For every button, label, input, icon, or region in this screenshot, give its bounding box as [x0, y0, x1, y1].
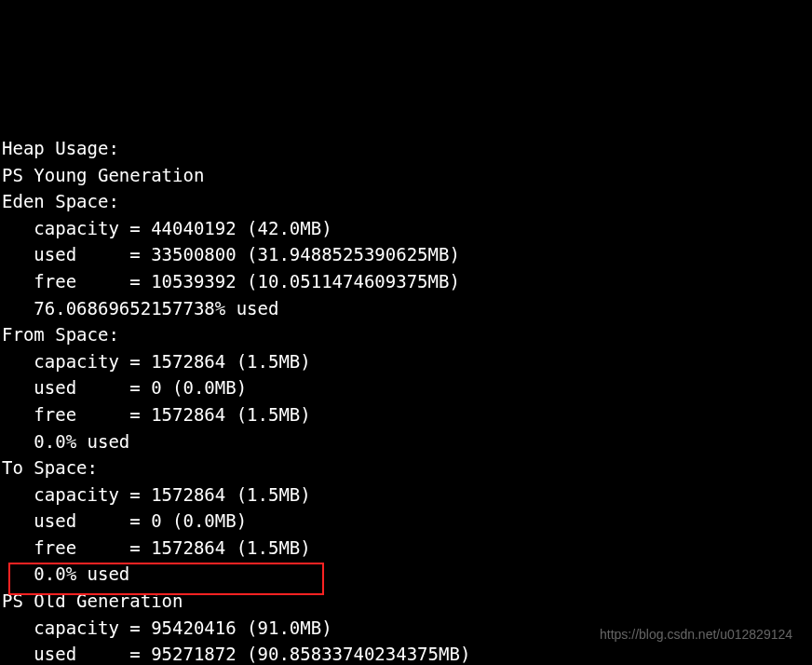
from-pct: 0.0% used	[2, 431, 129, 452]
young-gen-header: PS Young Generation	[2, 165, 204, 185]
to-pct: 0.0% used	[2, 563, 129, 584]
old-used: used = 95271872 (90.85833740234375MB)	[2, 644, 470, 664]
from-title: From Space:	[2, 324, 119, 345]
old-capacity: capacity = 95420416 (91.0MB)	[2, 618, 332, 638]
eden-used: used = 33500800 (31.9488525390625MB)	[2, 244, 460, 265]
to-title: To Space:	[2, 457, 98, 478]
from-capacity: capacity = 1572864 (1.5MB)	[2, 351, 311, 372]
old-title: PS Old Generation	[2, 590, 183, 611]
to-free: free = 1572864 (1.5MB)	[2, 537, 311, 558]
from-free: free = 1572864 (1.5MB)	[2, 404, 311, 425]
to-used: used = 0 (0.0MB)	[2, 510, 247, 531]
eden-free: free = 10539392 (10.0511474609375MB)	[2, 271, 460, 292]
eden-title: Eden Space:	[2, 191, 119, 211]
terminal-output: Heap Usage: PS Young Generation Eden Spa…	[0, 106, 812, 665]
from-used: used = 0 (0.0MB)	[2, 377, 247, 398]
watermark-text: https://blog.csdn.net/u012829124	[600, 628, 792, 641]
eden-pct: 76.06869652157738% used	[2, 298, 278, 319]
to-capacity: capacity = 1572864 (1.5MB)	[2, 484, 311, 505]
eden-capacity: capacity = 44040192 (42.0MB)	[2, 218, 332, 238]
heap-usage-header: Heap Usage:	[2, 138, 119, 158]
